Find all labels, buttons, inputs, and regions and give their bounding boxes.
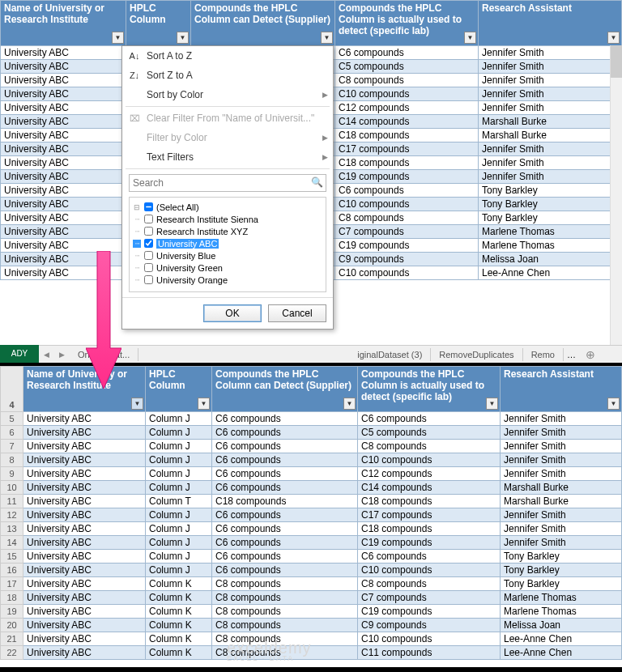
cell[interactable]: Jennifer Smith — [479, 156, 622, 170]
cell[interactable]: University ABC — [23, 453, 146, 467]
header-hplc[interactable]: HPLC Column▼ — [146, 367, 212, 412]
cell[interactable]: C19 compounds — [335, 239, 479, 253]
cell[interactable]: Column K — [146, 591, 212, 605]
tab-nav-next[interactable]: ▶ — [54, 351, 70, 359]
table-row[interactable]: 6University ABCColumn JC6 compoundsC5 co… — [1, 426, 622, 440]
cell[interactable]: C19 compounds — [358, 536, 501, 550]
cell[interactable]: Melissa Joan — [479, 253, 622, 266]
sort-az[interactable]: A↓Sort A to Z — [122, 46, 333, 66]
cell[interactable]: Tony Barkley — [479, 184, 622, 198]
cell[interactable]: C5 compounds — [358, 426, 501, 440]
cell[interactable]: University ABC — [23, 412, 146, 426]
cell[interactable]: Jennifer Smith — [479, 170, 622, 184]
filter-checkbox[interactable] — [144, 251, 153, 260]
cell[interactable]: University ABC — [1, 198, 126, 211]
table-row[interactable]: 15University ABCColumn JC6 compoundsC6 c… — [1, 550, 622, 564]
row-number[interactable]: 14 — [1, 536, 23, 550]
cell[interactable]: C6 compounds — [212, 412, 358, 426]
filter-button-b[interactable]: ▼ — [198, 398, 210, 410]
cell[interactable]: C10 compounds — [335, 87, 479, 101]
cell[interactable]: C12 compounds — [358, 467, 501, 481]
table-row[interactable]: 13University ABCColumn JC6 compoundsC18 … — [1, 522, 622, 536]
cell[interactable]: C18 compounds — [358, 495, 501, 508]
cell[interactable]: Marshall Burke — [501, 495, 622, 508]
cell[interactable]: Marshall Burke — [501, 481, 622, 495]
cell[interactable]: C17 compounds — [335, 142, 479, 156]
cell[interactable]: C6 compounds — [212, 481, 358, 495]
cell[interactable]: University ABC — [1, 46, 126, 60]
cell[interactable]: Jennifer Smith — [479, 74, 622, 87]
cell[interactable]: Jennifer Smith — [501, 508, 622, 522]
cell[interactable]: University ABC — [1, 87, 126, 101]
cell[interactable]: Jennifer Smith — [479, 87, 622, 101]
ok-button[interactable]: OK — [203, 304, 262, 322]
row-number[interactable]: 7 — [1, 440, 23, 453]
cell[interactable]: University ABC — [1, 170, 126, 184]
filter-checkbox[interactable] — [144, 239, 153, 248]
cell[interactable]: University ABC — [23, 577, 146, 591]
cell[interactable]: C18 compounds — [212, 495, 358, 508]
cell[interactable]: C10 compounds — [358, 632, 501, 646]
table-row[interactable]: 10University ABCColumn JC6 compoundsC14 … — [1, 481, 622, 495]
cell[interactable]: University ABC — [23, 467, 146, 481]
table-row[interactable]: 12University ABCColumn JC6 compoundsC17 … — [1, 508, 622, 522]
table-row[interactable]: 20University ABCColumn KC8 compoundsC9 c… — [1, 619, 622, 632]
cell[interactable]: Marlene Thomas — [479, 225, 622, 239]
row-number[interactable]: 19 — [1, 605, 23, 619]
filter-checkbox[interactable] — [144, 202, 153, 211]
cell[interactable]: Column J — [146, 426, 212, 440]
cell[interactable]: University ABC — [23, 646, 146, 660]
cell[interactable]: University ABC — [1, 74, 126, 87]
table-row[interactable]: 8University ABCColumn JC6 compoundsC10 c… — [1, 453, 622, 467]
filter-button-d[interactable]: ▼ — [464, 32, 476, 44]
cell[interactable]: University ABC — [1, 225, 126, 239]
cell[interactable]: C6 compounds — [212, 467, 358, 481]
cell[interactable]: C6 compounds — [212, 508, 358, 522]
cell[interactable]: Column J — [146, 550, 212, 564]
cell[interactable]: University ABC — [23, 481, 146, 495]
cell[interactable]: Tony Barkley — [479, 211, 622, 225]
table-row[interactable]: 17University ABCColumn KC8 compoundsC8 c… — [1, 577, 622, 591]
cell[interactable]: Column K — [146, 619, 212, 632]
cell[interactable]: University ABC — [23, 619, 146, 632]
row-number[interactable]: 18 — [1, 591, 23, 605]
cell[interactable]: Column K — [146, 646, 212, 660]
cell[interactable]: C7 compounds — [358, 591, 501, 605]
table-row[interactable]: 18University ABCColumn KC8 compoundsC7 c… — [1, 591, 622, 605]
filter-value-list[interactable]: ⊟(Select All)┈Research Institute Sienna┈… — [129, 197, 326, 292]
header-university[interactable]: Name of University or Research Institute… — [1, 1, 126, 46]
header-compounds-used[interactable]: Compounds the HPLC Column is actually us… — [358, 367, 501, 412]
cell[interactable]: Tony Barkley — [501, 577, 622, 591]
filter-item[interactable]: ⊟(Select All) — [133, 201, 322, 213]
cell[interactable]: C6 compounds — [212, 522, 358, 536]
cell[interactable]: Column J — [146, 412, 212, 426]
row-number[interactable]: 21 — [1, 632, 23, 646]
row-number[interactable]: 5 — [1, 412, 23, 426]
table-row[interactable]: 5University ABCColumn JC6 compoundsC6 co… — [1, 412, 622, 426]
table-row[interactable]: 14University ABCColumn JC6 compoundsC19 … — [1, 536, 622, 550]
cell[interactable]: University ABC — [23, 440, 146, 453]
cell[interactable]: C6 compounds — [335, 46, 479, 60]
cell[interactable]: University ABC — [1, 239, 126, 253]
cell[interactable]: C6 compounds — [212, 536, 358, 550]
cell[interactable]: C6 compounds — [212, 564, 358, 577]
cell[interactable]: C12 compounds — [335, 101, 479, 115]
filter-item[interactable]: ┈University ABC — [133, 237, 322, 249]
cell[interactable]: University ABC — [1, 115, 126, 129]
row-number[interactable]: 11 — [1, 495, 23, 508]
vertical-scrollbar[interactable] — [610, 45, 622, 345]
cell[interactable]: Column T — [146, 495, 212, 508]
row-number[interactable]: 17 — [1, 577, 23, 591]
filter-button-a-active[interactable]: ▼ — [131, 398, 143, 410]
filter-button-d[interactable]: ▼ — [486, 398, 498, 410]
cell[interactable]: C6 compounds — [212, 426, 358, 440]
row-number[interactable]: 9 — [1, 467, 23, 481]
cell[interactable]: C14 compounds — [335, 115, 479, 129]
header-hplc[interactable]: HPLC Column▼ — [126, 1, 191, 46]
row-number[interactable]: 20 — [1, 619, 23, 632]
cell[interactable]: C8 compounds — [358, 440, 501, 453]
filter-item[interactable]: ┈University Blue — [133, 249, 322, 262]
cell[interactable]: University ABC — [1, 253, 126, 266]
filter-item[interactable]: ┈Research Institute Sienna — [133, 213, 322, 225]
cell[interactable]: Marlene Thomas — [501, 605, 622, 619]
